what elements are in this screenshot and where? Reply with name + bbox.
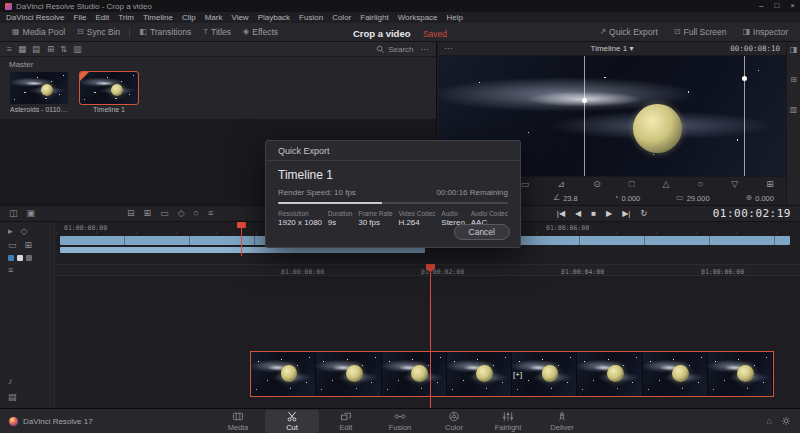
lens-correction-icon[interactable]: ▽	[731, 180, 738, 189]
param-offset[interactable]: ⊕ 0.000	[745, 194, 773, 203]
snapping-icon[interactable]: ⊟	[127, 209, 135, 218]
full-extent-icon[interactable]: ▣	[27, 209, 36, 218]
timeline-clip-frame[interactable]	[708, 352, 773, 396]
tab-deliver[interactable]: Deliver	[535, 410, 589, 433]
quick-export-button[interactable]: ↗ Quick Export	[593, 25, 663, 39]
param-zoom[interactable]: ▭ 29.000	[676, 194, 710, 203]
tab-edit[interactable]: Edit	[319, 410, 373, 433]
loop-icon[interactable]: ↻	[640, 210, 647, 218]
transform-icon[interactable]: ▭	[521, 180, 530, 189]
maximize-icon[interactable]: □	[774, 2, 779, 10]
marker-icon[interactable]: ◇	[178, 209, 185, 218]
media-clip-asteroids[interactable]: Asteroids - 01100...	[10, 72, 68, 113]
menu-item-mark[interactable]: Mark	[205, 13, 223, 22]
minimize-icon[interactable]: –	[759, 2, 763, 10]
crop-handle-dot[interactable]	[582, 98, 587, 103]
upper-playhead[interactable]	[241, 223, 242, 256]
titles-toggle[interactable]: T Titles	[197, 25, 237, 39]
menu-item-playback[interactable]: Playback	[258, 13, 290, 22]
tab-fusion[interactable]: Fusion	[373, 410, 427, 433]
timeline-clip-frame[interactable]	[447, 352, 512, 396]
dynamic-zoom-icon[interactable]: ⊙	[593, 180, 601, 189]
menu-item-view[interactable]: View	[231, 13, 248, 22]
stabilize-icon[interactable]: ○	[698, 180, 703, 189]
go-to-end-icon[interactable]: ▶|	[622, 210, 630, 218]
menu-item-help[interactable]: Help	[447, 13, 463, 22]
menu-item-timeline[interactable]: Timeline	[143, 13, 173, 22]
razor-icon[interactable]: ▭	[160, 209, 169, 218]
sort-icon[interactable]: ⇅	[60, 45, 67, 54]
strip-view-icon[interactable]: ▤	[32, 45, 40, 54]
menu-item-edit[interactable]: Edit	[95, 13, 109, 22]
full-screen-button[interactable]: ⊡ Full Screen	[668, 25, 733, 39]
inspector-button[interactable]: ◨ Inspector	[736, 25, 794, 39]
effects-toggle[interactable]: ◈ Effects	[237, 25, 284, 39]
crop-icon[interactable]: ⊿	[558, 180, 566, 189]
menu-item-davinci-resolve[interactable]: DaVinci Resolve	[6, 13, 65, 22]
track-chip-blue[interactable]	[8, 255, 14, 261]
track-chip-white[interactable]	[17, 255, 23, 261]
timeline-clip-frame[interactable]	[251, 352, 316, 396]
param-position[interactable]: ◔ 0.000	[614, 194, 641, 203]
speed-icon[interactable]: △	[663, 180, 670, 189]
project-manager-icon[interactable]: ⌂	[767, 417, 772, 426]
param-angle[interactable]: ∠ 23.8	[553, 194, 578, 203]
menu-item-clip[interactable]: Clip	[182, 13, 196, 22]
cancel-button[interactable]: Cancel	[454, 224, 510, 240]
track-options-icon[interactable]: ≡	[208, 209, 213, 218]
composite-icon[interactable]: □	[629, 180, 634, 189]
go-to-start-icon[interactable]: |◀	[557, 210, 565, 218]
more-options-icon[interactable]: ⋯	[421, 45, 430, 54]
media-pool-toggle[interactable]: ▦ Media Pool	[6, 25, 71, 39]
tab-media[interactable]: Media	[211, 410, 265, 433]
clip-size-icon[interactable]: ⊞	[47, 45, 54, 54]
display-options-icon[interactable]: ▥	[790, 106, 798, 114]
trim-tool-icon[interactable]: ◇	[21, 227, 28, 236]
tab-fairlight[interactable]: Fairlight	[481, 410, 535, 433]
crop-handle-line-right[interactable]	[744, 56, 745, 176]
list-view-icon[interactable]: ≡	[7, 45, 12, 54]
grid-icon[interactable]: ⊞	[790, 76, 797, 84]
sync-icon[interactable]: ≡	[8, 266, 13, 275]
tab-cut[interactable]: Cut	[265, 410, 319, 433]
filter-icon[interactable]: ▥	[73, 45, 81, 54]
pointer-tool-icon[interactable]: ▸	[8, 227, 13, 236]
menu-item-trim[interactable]: Trim	[118, 13, 134, 22]
stop-icon[interactable]: ■	[591, 210, 596, 218]
flag-icon[interactable]: ○	[194, 209, 199, 218]
tab-color[interactable]: Color	[427, 410, 481, 433]
menu-item-fairlight[interactable]: Fairlight	[360, 13, 388, 22]
crop-handle-dot[interactable]	[742, 76, 747, 81]
menu-item-workspace[interactable]: Workspace	[398, 13, 438, 22]
timeline-clip-frame[interactable]	[577, 352, 642, 396]
razor-tool-icon[interactable]: ▭	[8, 241, 17, 250]
camera-lock-icon[interactable]: ▤	[8, 393, 17, 402]
zoom-timeline-icon[interactable]: ⊞	[144, 209, 152, 218]
menu-item-fusion[interactable]: Fusion	[299, 13, 323, 22]
transitions-toggle[interactable]: ◧ Transitions	[133, 25, 197, 39]
step-back-icon[interactable]: ◀	[575, 210, 581, 218]
timeline-clip-frame[interactable]	[316, 352, 381, 396]
selected-timeline-clip[interactable]: [+]	[250, 351, 774, 397]
timeline-clip-frame[interactable]	[643, 352, 708, 396]
play-icon[interactable]: ▶	[606, 210, 612, 218]
audio-icon[interactable]: ⊞	[766, 180, 774, 189]
overlay-options-icon[interactable]: ◨	[790, 46, 798, 54]
timeline-selector[interactable]: Timeline 1 ▾	[438, 44, 786, 53]
audio-mute-icon[interactable]: ♪	[8, 377, 17, 386]
thumbnail-view-icon[interactable]: ▦	[18, 45, 26, 54]
close-icon[interactable]: ×	[790, 2, 795, 10]
timeline-clip-frame[interactable]	[382, 352, 447, 396]
media-clip-timeline-1[interactable]: Timeline 1	[80, 72, 138, 113]
menu-item-color[interactable]: Color	[332, 13, 351, 22]
track-chip-gray[interactable]	[26, 255, 32, 261]
insert-tool-icon[interactable]: ⊞	[25, 241, 33, 250]
menu-item-file[interactable]: File	[74, 13, 87, 22]
sync-bin-toggle[interactable]: ⊟ Sync Bin	[71, 25, 126, 39]
timeline-view-icon[interactable]: ◫	[9, 209, 18, 218]
settings-gear-icon[interactable]	[781, 416, 791, 426]
lower-playhead[interactable]	[430, 264, 431, 408]
breadcrumb[interactable]: Master	[0, 57, 436, 70]
crop-handle-line-left[interactable]	[584, 56, 585, 176]
search-field[interactable]: Search	[376, 45, 413, 54]
